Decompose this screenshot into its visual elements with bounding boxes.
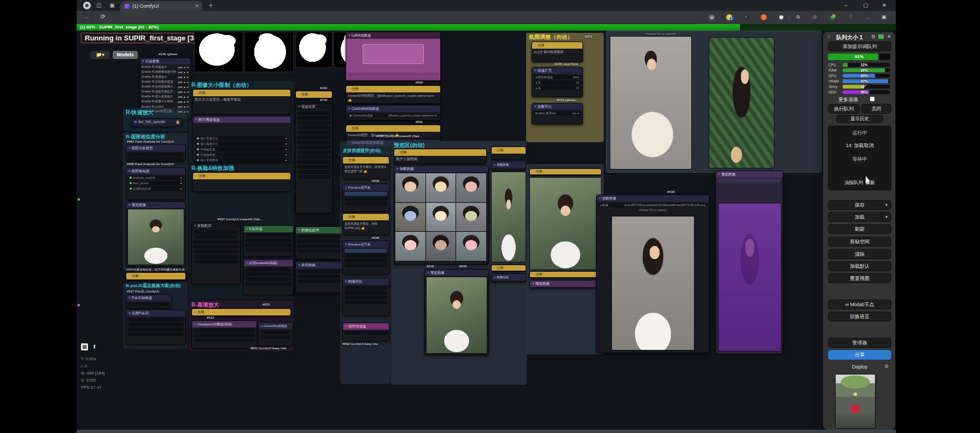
menu-close-icon[interactable]: ✕ — [887, 34, 891, 39]
clipspace-button[interactable]: 剪贴空间 — [828, 237, 891, 247]
node-note-gallery[interactable]: ≡注释 用户人脸画廊 — [394, 149, 487, 164]
node-primitive-2[interactable]: ≡Primitive元节点 — [342, 241, 389, 274]
new-tab-button[interactable]: + — [209, 2, 213, 9]
node-apply-pulid[interactable]: ≡应用PuLID — [126, 309, 186, 344]
node-set-fast-upscale[interactable]: ⊞Set_fast_upscale🔒 — [131, 118, 183, 127]
enable-toggle-row[interactable]: Enable R-启动预设提速 yes ● ➜ — [140, 79, 190, 84]
toggle-dot-icon[interactable]: ● — [184, 80, 185, 84]
node-preview-braid-large[interactable]: ≡预览图像 — [424, 269, 489, 355]
toggle-dot-icon[interactable]: ● — [184, 105, 185, 108]
node-note[interactable]: ≡注释 — [529, 168, 602, 175]
node-note[interactable]: ≡注释 — [191, 308, 291, 316]
deploy-button[interactable]: Deploy — [828, 362, 891, 372]
reset-view-button[interactable]: 重置视图 — [828, 273, 891, 283]
node-latent-scale[interactable]: ≡潜空间缩放 — [342, 323, 389, 341]
refresh-button[interactable]: ⟳ — [101, 13, 106, 20]
node-image-compare-small[interactable]: ≡图像对比 — [491, 273, 526, 282]
arrow-icon[interactable]: ➜ — [186, 66, 189, 69]
extension-icon-history[interactable]: 🕓 — [778, 14, 784, 20]
enable-toggle-row[interactable]: Enable R-图像大小限制（勿动） yes ● ➜ — [140, 99, 190, 104]
widget-row[interactable]: ◆ 缩小高度大小➜ — [195, 142, 289, 146]
enable-toggle-row[interactable]: Enable R-皮肤质感提升(勿动) yes ● ➜ — [140, 89, 190, 94]
arrow-icon[interactable]: ➜ — [186, 71, 189, 74]
node-apply-instantid[interactable]: ≡应用InstantID(高级) — [243, 259, 294, 295]
switch-language-button[interactable]: 切换语言 — [828, 312, 891, 321]
minimap-toggle-icon[interactable]: ▦ — [81, 343, 88, 350]
node-note-skin1[interactable]: ≡注释 皮肤质感提升大模型，跟骨相大模型选择一样 👍 — [342, 156, 389, 179]
node-image-batch[interactable]: ≡图像批处理 — [295, 226, 346, 259]
node-note[interactable]: ≡注释 — [491, 265, 526, 272]
node-controlnet-loader-2[interactable]: ≡ControlNet加载器 — [258, 322, 293, 346]
close-queue-button[interactable]: 关闭 — [861, 104, 891, 114]
node-zoom-expand[interactable]: ≡缩放扩充 ◂ 按比例缩放false◂ 宽12◂ 高10 — [532, 67, 583, 97]
node-preview-strip[interactable]: ≡预览图像 — [529, 280, 602, 288]
browser-essentials-icon[interactable]: ♡ — [849, 14, 853, 20]
extensions-puzzle-icon[interactable]: 🧩 — [830, 14, 836, 20]
extension-icon-orange[interactable]: ◔ — [761, 14, 767, 20]
toggle-dot-icon[interactable]: ● — [184, 95, 185, 98]
run-queue-button[interactable]: 执行队列 — [828, 104, 860, 114]
node-note-instantid1[interactable]: ≡注释 InstantID控制模型，选diffusion_pytorch_mod… — [346, 85, 441, 104]
show-history-button[interactable]: 显示历史 — [836, 115, 883, 123]
node-scale-settings[interactable]: ≡缩放设置 — [295, 103, 332, 213]
extension-icon-lightning[interactable]: ⚡1 — [726, 14, 732, 20]
arrow-icon[interactable]: ➜ — [186, 75, 189, 79]
node-controlnet-loader[interactable]: ≡ControlNet加载器 ◆ ControlNet名称diffusion_p… — [346, 105, 441, 120]
maximize-button[interactable]: ▢ — [858, 0, 874, 11]
node-pulid-loader[interactable]: ≡PuLID加载器 — [126, 294, 172, 308]
node-load-face-grid[interactable]: ≡加载图像 — [394, 165, 489, 265]
node-collapse-icon[interactable]: ≡ — [142, 59, 144, 63]
node-preview-image-braid[interactable]: ≡预览图像 — [126, 201, 186, 267]
mask-preview-2[interactable] — [244, 32, 294, 72]
enable-toggle-row[interactable]: Enable R-进入高清放大 yes ● ➜ — [140, 94, 190, 99]
node-lora-loader[interactable]: ≡LoRA加载器 — [346, 32, 441, 81]
enable-toggle-row[interactable]: Enable R-自动批量图片检测（勿动） yes ● ➜ — [140, 84, 190, 89]
models-button[interactable]: Models — [113, 51, 138, 59]
node-presize[interactable]: ≡图片预设缩放 ◆ 缩小宽度大小➜◆ 缩小高度大小➜◆ 不缩放宽度➜◆ 不缩放高… — [192, 116, 291, 162]
widget-row[interactable]: ◆ 不缩放宽度➜ — [195, 147, 289, 151]
gear-icon[interactable]: ⚙ — [871, 34, 876, 39]
toggle-dot-icon[interactable]: ● — [184, 90, 185, 93]
choose-file-text[interactable]: choose file to upload — [645, 32, 675, 36]
tab-search-icon[interactable]: ▣ — [108, 2, 116, 9]
node-purple-preview[interactable]: ≡预览图像 — [715, 171, 783, 354]
history-thumbnail[interactable] — [835, 374, 876, 429]
node-primitive-1[interactable]: ≡Primitive元节点 — [342, 184, 389, 212]
node-face-similarity[interactable]: ≡面部相似度 analysis_models➜filter_thresh➜生成时… — [126, 167, 186, 200]
add-prompt-queue-button[interactable]: 添加提示词队列 — [828, 42, 891, 51]
extension-icon-darkreader[interactable]: ☾ — [744, 14, 750, 20]
toggle-dot-icon[interactable]: ● — [184, 100, 185, 103]
collections-icon[interactable]: ✩ — [813, 14, 817, 20]
choose-file-text[interactable]: choose file to upload — [597, 208, 709, 212]
scroll-up-icon[interactable]: ⬆ — [91, 343, 98, 350]
manager-button[interactable]: 管理器 — [828, 338, 891, 348]
more-options-checkbox[interactable] — [870, 97, 874, 101]
sidebar-toggle-icon[interactable]: ▣ — [882, 14, 886, 20]
close-button[interactable]: ✕ — [876, 0, 892, 11]
lora-select-box[interactable] — [363, 44, 424, 64]
drag-handle-icon[interactable]: ⠿ — [827, 34, 831, 39]
widget-row[interactable]: ◆ ControlNet名称diffusion_pytorch_model.sa… — [348, 113, 439, 118]
widget-row[interactable]: ◂ 按比例缩放false — [534, 75, 581, 79]
refresh-button-menu[interactable]: 刷新 — [828, 224, 891, 234]
running-item[interactable]: 14: 加载取消 — [829, 142, 891, 149]
node-note[interactable]: ≡注释 — [529, 271, 602, 278]
minimize-button[interactable]: – — [838, 0, 854, 11]
node-note-ambience[interactable]: ≡注释 白边扩展与氛围微调 — [532, 42, 583, 62]
toggle-dot-icon[interactable]: ● — [184, 75, 185, 79]
widget-row[interactable]: ◂ 图像dedc45f77b5caeta0b8a5c81f38da3d8b4ad… — [598, 203, 707, 207]
clear-button[interactable]: 清除 — [828, 249, 891, 259]
node-note[interactable]: ≡注释 — [192, 172, 291, 192]
browser-tab[interactable]: (1) ComfyUI ✕ — [120, 1, 202, 11]
widget-row[interactable]: ◆ 不缩放高度➜ — [195, 153, 289, 157]
widget-row[interactable]: ◆ 缩小宽高数值➜ — [195, 158, 289, 162]
node-note[interactable]: ≡注释 — [126, 272, 186, 280]
mask-preview-1[interactable] — [194, 32, 243, 72]
node-checkpoint-loader[interactable]: ≡Checkpoint加载器(简易) — [191, 320, 257, 349]
workflow-folder-button[interactable]: 📁▾ — [90, 51, 110, 59]
widget-row[interactable]: analysis_models➜ — [128, 175, 184, 180]
split-screen-icon[interactable]: ⧉ — [796, 14, 800, 20]
profile-avatar[interactable]: ☻ — [83, 2, 91, 9]
widget-row[interactable]: ◂ 高10 — [534, 86, 581, 90]
toggle-dot-icon[interactable]: ● — [184, 85, 185, 89]
